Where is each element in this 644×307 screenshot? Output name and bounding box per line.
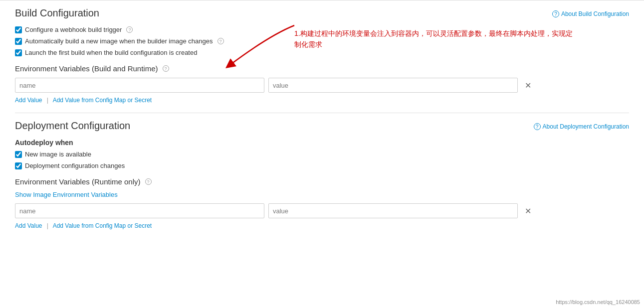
about-deployment-config-link[interactable]: ? About Deployment Configuration [534, 123, 629, 130]
deployment-config-title: Deployment Configuration [15, 120, 130, 132]
build-add-value-link[interactable]: Add Value [15, 97, 42, 104]
checkbox-row-1: Configure a webhook build trigger ? [15, 26, 629, 33]
build-config-section: Build Configuration ? About Build Config… [0, 0, 644, 113]
deploy-separator: | [47, 222, 48, 229]
launch-first-build-label: Launch the first build when the build co… [25, 49, 197, 56]
webhook-trigger-label: Configure a webhook build trigger [25, 26, 122, 33]
help-circle-icon: ? [552, 10, 559, 17]
deploy-add-value-row: Add Value | Add Value from Config Map or… [15, 222, 629, 229]
build-env-remove-button[interactable]: ✕ [522, 80, 534, 91]
deploy-env-vars-label: Environment Variables (Runtime only) ? [15, 177, 629, 186]
deployment-config-header: Deployment Configuration ? About Deploym… [15, 120, 629, 132]
deploy-env-remove-button[interactable]: ✕ [522, 205, 534, 217]
autodeploy-title: Autodeploy when [15, 139, 629, 147]
build-config-header: Build Configuration ? About Build Config… [15, 7, 629, 19]
build-add-value-from-link[interactable]: Add Value from Config Map or Secret [53, 97, 152, 104]
deploy-config-changes-checkbox[interactable] [15, 162, 22, 169]
build-env-vars-label: Environment Variables (Build and Runtime… [15, 64, 629, 73]
show-image-env-vars-link[interactable]: Show Image Environment Variables [15, 191, 118, 198]
about-build-config-link[interactable]: ? About Build Configuration [552, 10, 629, 17]
build-env-name-input[interactable] [15, 78, 264, 93]
build-separator: | [47, 97, 48, 104]
deploy-add-value-link[interactable]: Add Value [15, 222, 42, 229]
launch-first-build-checkbox[interactable] [15, 49, 22, 56]
checkbox-row-2: Automatically build a new image when the… [15, 37, 629, 45]
new-image-checkbox[interactable] [15, 151, 22, 158]
build-add-value-row: Add Value | Add Value from Config Map or… [15, 97, 629, 104]
deploy-env-vars-row: ✕ [15, 203, 629, 218]
webhook-trigger-checkbox[interactable] [15, 26, 22, 33]
build-env-value-input[interactable] [268, 78, 518, 93]
deployment-config-section: Deployment Configuration ? About Deploym… [0, 113, 644, 238]
deploy-checkbox-row-2: Deployment configuration changes [15, 162, 629, 169]
deploy-env-name-input[interactable] [15, 203, 264, 218]
build-env-vars-row: ✕ [15, 78, 629, 93]
auto-build-help-icon[interactable]: ? [217, 38, 224, 44]
webhook-help-icon[interactable]: ? [126, 26, 133, 33]
deploy-env-value-input[interactable] [268, 203, 518, 218]
page-container: Build Configuration ? About Build Config… [0, 0, 644, 307]
auto-build-checkbox[interactable] [15, 38, 22, 45]
deploy-add-value-from-link[interactable]: Add Value from Config Map or Secret [53, 222, 152, 229]
auto-build-label: Automatically build a new image when the… [25, 37, 213, 45]
build-env-help-icon[interactable]: ? [163, 65, 169, 72]
new-image-label: New image is available [25, 151, 91, 158]
build-config-title: Build Configuration [15, 7, 99, 19]
deploy-env-help-icon[interactable]: ? [145, 178, 152, 185]
checkbox-row-3: Launch the first build when the build co… [15, 49, 629, 56]
footer-url: https://blog.csdn.net/qq_16240085 [556, 299, 640, 305]
deployment-help-circle-icon: ? [534, 123, 541, 130]
deploy-checkbox-row-1: New image is available [15, 151, 629, 158]
deploy-config-changes-label: Deployment configuration changes [25, 162, 125, 169]
